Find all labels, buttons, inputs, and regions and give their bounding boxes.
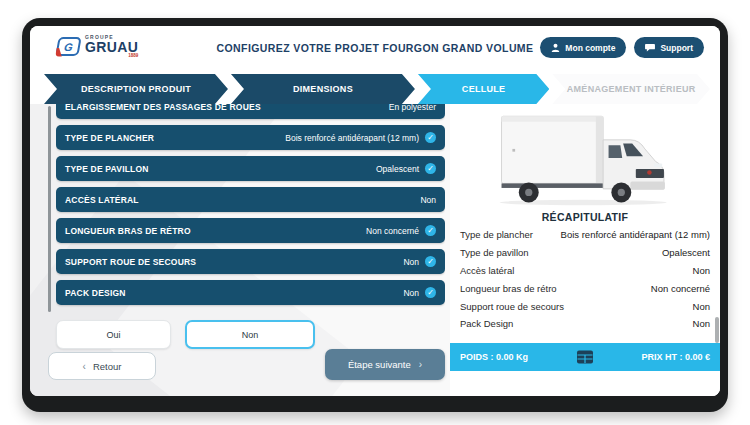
main-content: ELARGISSEMENT DES PASSAGES DE ROUES En p… — [30, 104, 720, 396]
option-row-type-plancher[interactable]: TYPE DE PLANCHER Bois renforcé antidérap… — [56, 125, 445, 150]
option-label: PACK DESIGN — [65, 288, 403, 298]
option-label: ACCÈS LATÉRAL — [65, 195, 420, 205]
option-value: Non — [420, 195, 436, 205]
summary-row-type-plancher: Type de plancher Bois renforcé antidérap… — [460, 229, 710, 241]
summary-row-longueur-bras-retro: Longueur bras de rétro Non concerné — [460, 283, 710, 295]
tab-amenagement-interieur[interactable]: AMÉNAGEMENT INTÉRIEUR — [552, 74, 710, 104]
check-icon — [425, 132, 436, 143]
my-account-button[interactable]: Mon compte — [540, 37, 626, 58]
logo-year-text: 1889 — [85, 54, 138, 59]
summary-label: Type de plancher — [460, 229, 533, 241]
chevron-right-icon: › — [419, 359, 422, 370]
recap-title: RÉCAPITULATIF — [450, 211, 720, 223]
option-label: TYPE DE PAVILLON — [65, 164, 376, 174]
navigation-row: ‹ Retour Étape suivante › — [48, 349, 445, 380]
chat-bubble-icon — [645, 43, 655, 52]
option-label: LONGUEUR BRAS DE RÉTRO — [65, 226, 366, 236]
options-list: ELARGISSEMENT DES PASSAGES DE ROUES En p… — [56, 104, 445, 311]
back-button[interactable]: ‹ Retour — [48, 352, 156, 380]
app-screen: G GROUPE GRUAU 1889 CONFIGUREZ VOTRE PRO… — [30, 26, 720, 396]
user-icon — [551, 43, 560, 52]
price-table-icon[interactable] — [577, 350, 594, 364]
option-label: ELARGISSEMENT DES PASSAGES DE ROUES — [65, 104, 389, 112]
option-row-elargissement[interactable]: ELARGISSEMENT DES PASSAGES DE ROUES En p… — [56, 104, 445, 119]
step-tabs: DESCRIPTION PRODUIT DIMENSIONS CELLULE A… — [44, 74, 710, 104]
summary-row-pack-design: Pack Design Non — [460, 318, 710, 330]
option-value: Non — [403, 257, 419, 267]
option-value: Non — [403, 288, 419, 298]
option-row-acces-lateral[interactable]: ACCÈS LATÉRAL Non — [56, 187, 445, 212]
summary-value: Non — [693, 301, 710, 313]
support-label: Support — [660, 43, 693, 53]
summary-row-acces-lateral: Accès latéral Non — [460, 265, 710, 277]
my-account-label: Mon compte — [565, 43, 615, 53]
summary-label: Type de pavillon — [460, 247, 529, 259]
summary-label: Pack Design — [460, 318, 513, 330]
option-row-longueur-bras-retro[interactable]: LONGUEUR BRAS DE RÉTRO Non concerné — [56, 218, 445, 243]
check-icon — [425, 256, 436, 267]
tab-cellule[interactable]: CELLULE — [418, 74, 549, 104]
weight-total: POIDS : 0.00 Kg — [460, 352, 528, 362]
option-value: Non concerné — [366, 226, 419, 236]
check-icon — [425, 163, 436, 174]
price-total: PRIX HT : 0.00 € — [641, 352, 710, 362]
truck-preview-image — [485, 109, 685, 207]
option-value: Bois renforcé antidérapant (12 mm) — [285, 133, 419, 143]
back-label: Retour — [93, 361, 122, 372]
summary-value: Opalescent — [662, 247, 710, 259]
app-header: G GROUPE GRUAU 1889 CONFIGUREZ VOTRE PRO… — [30, 26, 720, 70]
summary-row-support-roue-secours: Support roue de secours Non — [460, 301, 710, 313]
summary-list: Type de plancher Bois renforcé antidérap… — [460, 229, 710, 330]
support-button[interactable]: Support — [634, 37, 704, 58]
check-icon — [425, 225, 436, 236]
summary-row-type-pavillon: Type de pavillon Opalescent — [460, 247, 710, 259]
next-step-label: Étape suivante — [348, 359, 411, 370]
recap-panel: RÉCAPITULATIF Type de plancher Bois renf… — [450, 104, 720, 396]
option-row-pack-design[interactable]: PACK DESIGN Non — [56, 280, 445, 305]
option-row-support-roue-secours[interactable]: SUPPORT ROUE DE SECOURS Non — [56, 249, 445, 274]
tab-description-produit[interactable]: DESCRIPTION PRODUIT — [44, 74, 228, 104]
non-button[interactable]: Non — [185, 320, 315, 349]
choice-buttons: Oui Non — [56, 320, 445, 349]
option-label: SUPPORT ROUE DE SECOURS — [65, 257, 403, 267]
options-scrollbar[interactable] — [48, 106, 51, 312]
oui-button[interactable]: Oui — [56, 320, 171, 349]
chevron-left-icon: ‹ — [83, 361, 86, 372]
tab-dimensions[interactable]: DIMENSIONS — [231, 74, 415, 104]
summary-label: Accès latéral — [460, 265, 514, 277]
totals-bar: POIDS : 0.00 Kg PRIX HT : 0.00 € — [450, 343, 720, 371]
summary-label: Support roue de secours — [460, 301, 564, 313]
summary-value: Non — [693, 265, 710, 277]
recap-scrollbar[interactable] — [715, 317, 719, 343]
options-column: ELARGISSEMENT DES PASSAGES DE ROUES En p… — [48, 104, 445, 396]
summary-value: Bois renforcé antidérapant (12 mm) — [561, 229, 710, 241]
option-label: TYPE DE PLANCHER — [65, 133, 285, 143]
option-value: En polyester — [389, 104, 436, 112]
device-frame: G GROUPE GRUAU 1889 CONFIGUREZ VOTRE PRO… — [22, 18, 728, 412]
next-step-button[interactable]: Étape suivante › — [325, 349, 445, 380]
check-icon — [425, 287, 436, 298]
option-row-type-pavillon[interactable]: TYPE DE PAVILLON Opalescent — [56, 156, 445, 181]
summary-value: Non concerné — [651, 283, 710, 295]
summary-value: Non — [693, 318, 710, 330]
summary-label: Longueur bras de rétro — [460, 283, 557, 295]
option-value: Opalescent — [376, 164, 419, 174]
